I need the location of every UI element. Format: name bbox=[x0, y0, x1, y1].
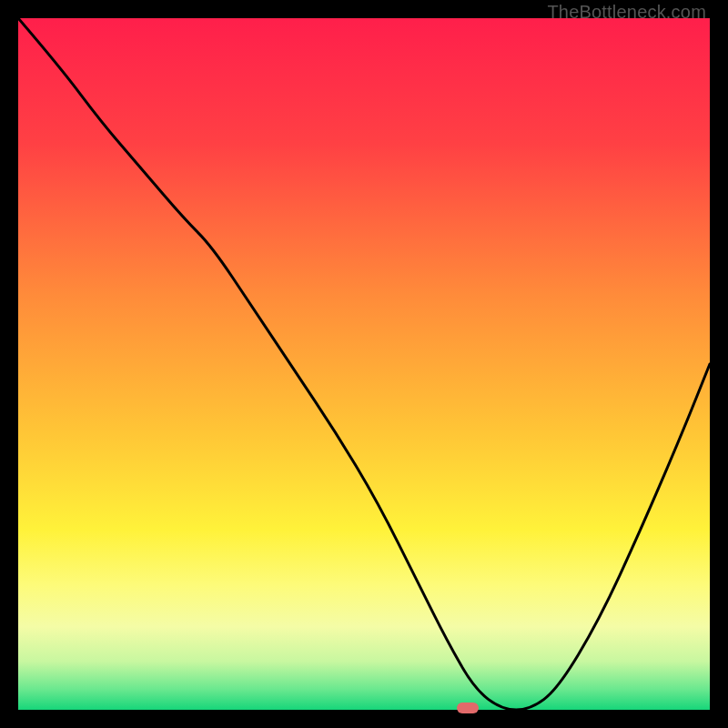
watermark-text: TheBottleneck.com bbox=[547, 2, 706, 23]
optimal-marker bbox=[457, 703, 479, 713]
bottleneck-curve bbox=[18, 18, 710, 710]
chart-frame bbox=[18, 18, 710, 710]
